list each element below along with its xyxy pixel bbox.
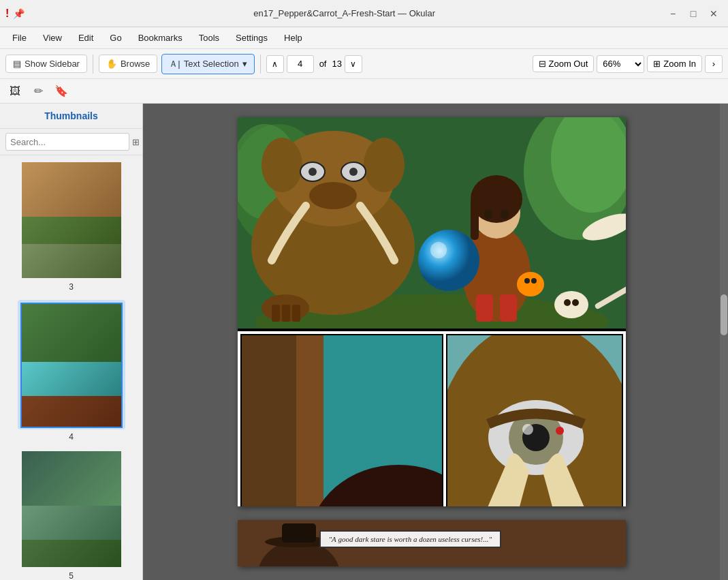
thumbnail-page-5[interactable]: 5: [5, 450, 137, 580]
svg-rect-21: [272, 305, 280, 322]
thumbnail-page-3[interactable]: 3: [5, 161, 137, 292]
page-prev-button[interactable]: ∧: [266, 55, 284, 73]
svg-point-19: [309, 182, 357, 209]
page-of-label: of: [317, 59, 330, 69]
zoom-out-button[interactable]: ⊟ Zoom Out: [533, 55, 595, 72]
titlebar-controls: − □ ✕: [664, 5, 723, 22]
svg-rect-23: [292, 305, 300, 322]
menu-bookmarks[interactable]: Bookmarks: [131, 30, 189, 46]
image-icon: 🖼: [10, 85, 20, 97]
zoom-out-label: Zoom Out: [549, 59, 588, 69]
svg-point-34: [531, 278, 537, 284]
svg-rect-25: [476, 294, 493, 322]
thumb-image-3: [20, 161, 123, 279]
svg-point-36: [430, 242, 447, 258]
svg-point-33: [524, 278, 530, 284]
thumb-label-5: 5: [69, 571, 74, 580]
main-area: Thumbnails ⊞ 3: [0, 104, 728, 580]
thumbnails-list: 3 4 5: [0, 155, 142, 580]
thumb3-bot: [22, 244, 121, 278]
thumb-label-4: 4: [69, 432, 74, 442]
thumb5-bot: [22, 540, 121, 567]
panel-creature-eye: [446, 334, 623, 506]
show-sidebar-label: Show Sidebar: [25, 59, 80, 69]
search-input[interactable]: [5, 133, 129, 151]
show-sidebar-button[interactable]: ▤ Show Sidebar: [5, 55, 87, 73]
page-number-input[interactable]: [287, 55, 314, 73]
menu-help[interactable]: Help: [277, 30, 309, 46]
subtoolbar: 🖼 ✏ 🔖: [0, 79, 728, 104]
draw-tool-button[interactable]: ✏: [29, 82, 48, 101]
menu-view[interactable]: View: [36, 30, 69, 46]
svg-point-9: [564, 299, 571, 306]
girl-face-svg: [242, 335, 442, 506]
svg-point-32: [517, 272, 544, 296]
svg-point-57: [556, 427, 564, 435]
beast-svg: [244, 124, 422, 322]
page4-illustration: [238, 117, 626, 329]
svg-point-31: [501, 209, 509, 219]
svg-rect-62: [289, 547, 309, 566]
titlebar-left: ! 📌: [5, 7, 25, 20]
browse-icon: ✋: [106, 59, 117, 69]
thumb5-mid: [22, 506, 121, 540]
svg-point-18: [349, 168, 358, 176]
bookmark-icon: 🔖: [54, 85, 68, 97]
svg-rect-26: [500, 294, 517, 322]
thumb5-top: [22, 451, 121, 506]
sidebar-title: Thumbnails: [0, 104, 142, 129]
menubar: File View Edit Go Bookmarks Tools Settin…: [0, 27, 728, 49]
thumb-label-3: 3: [69, 282, 74, 292]
page4-panels: Above all, don't panic, Carrot...: [238, 331, 626, 506]
thumb-image-4: [20, 303, 123, 428]
browse-label: Browse: [121, 59, 150, 69]
zoom-in-icon: ⊞: [653, 59, 661, 69]
filter-button[interactable]: ⊞: [132, 134, 140, 150]
page-next-button[interactable]: ∨: [345, 55, 362, 73]
svg-point-10: [572, 299, 579, 306]
page5-partial: "A good dark stare is worth a dozen usel…: [238, 520, 626, 566]
toolbar: ▤ Show Sidebar ✋ Browse Ａ| Text Selectio…: [0, 49, 728, 79]
expand-button[interactable]: ›: [705, 55, 723, 73]
svg-rect-61: [282, 523, 316, 543]
menu-edit[interactable]: Edit: [72, 30, 100, 46]
menu-tools[interactable]: Tools: [192, 30, 226, 46]
pin-icon[interactable]: 📌: [13, 8, 25, 19]
dropdown-arrow-icon: ▾: [242, 59, 247, 69]
panel-girl-closeup: Above all, don't panic, Carrot...: [240, 334, 443, 506]
thumbnail-page-4[interactable]: 4: [5, 300, 137, 442]
window-title: en17_Pepper&Carrot_A-Fresh-Start — Okula…: [25, 8, 664, 18]
image-tool-button[interactable]: 🖼: [5, 82, 25, 101]
text-selection-button[interactable]: Ａ| Text Selection ▾: [161, 54, 254, 74]
caption-box: "A good dark stare is worth a dozen usel…: [319, 530, 502, 548]
text-selection-icon: Ａ|: [169, 58, 180, 70]
search-bar: ⊞: [0, 129, 142, 155]
minimize-button[interactable]: −: [664, 5, 682, 22]
thumb3-bg: [22, 162, 121, 217]
maximize-button[interactable]: □: [684, 5, 702, 22]
thumb-selected-wrapper: [18, 300, 125, 429]
scrollbar-thumb[interactable]: [721, 294, 727, 335]
svg-point-14: [364, 138, 405, 192]
orb-svg: [415, 226, 483, 294]
zoom-in-button[interactable]: ⊞ Zoom In: [647, 55, 702, 72]
svg-rect-39: [296, 335, 323, 506]
svg-point-30: [484, 209, 492, 219]
zoom-level-select[interactable]: 66%: [597, 55, 644, 73]
menu-file[interactable]: File: [5, 30, 33, 46]
zoom-in-label: Zoom In: [663, 59, 696, 69]
sidebar-icon: ▤: [13, 59, 21, 69]
svg-point-35: [418, 230, 479, 291]
page-navigation: ∧ of 13 ∨: [266, 55, 362, 73]
browse-button[interactable]: ✋ Browse: [99, 55, 157, 73]
titlebar: ! 📌 en17_Pepper&Carrot_A-Fresh-Start — O…: [0, 0, 728, 27]
menu-go[interactable]: Go: [103, 30, 128, 46]
pdf-viewer[interactable]: Above all, don't panic, Carrot...: [143, 104, 728, 580]
close-button[interactable]: ✕: [705, 5, 723, 22]
text-selection-label: Text Selection: [184, 59, 239, 69]
menu-settings[interactable]: Settings: [229, 30, 274, 46]
scrollbar-track[interactable]: [720, 104, 728, 580]
page-total-label: 13: [332, 59, 341, 69]
bookmark-tool-button[interactable]: 🔖: [52, 82, 71, 101]
creature-eye-svg: [447, 335, 622, 506]
